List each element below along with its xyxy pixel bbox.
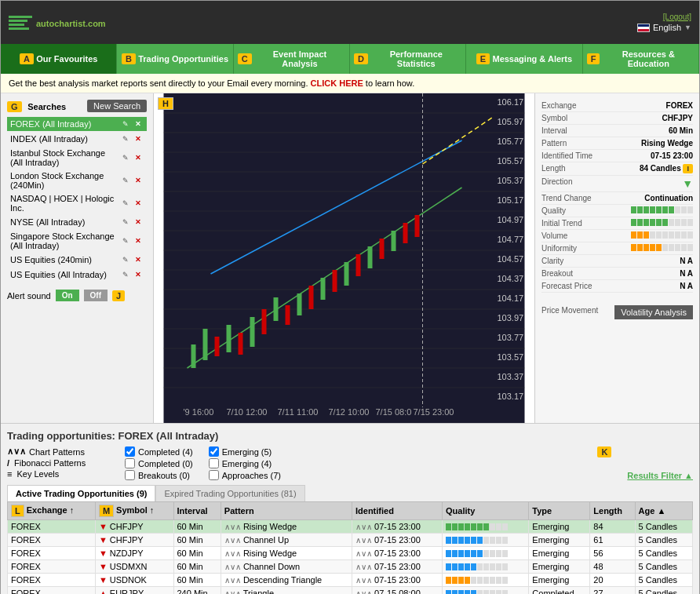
- new-search-button[interactable]: New Search: [87, 100, 147, 112]
- search-item-6[interactable]: Singapore Stock Exchange (All Intraday) …: [7, 230, 147, 252]
- info-text: Get the best analysis market reports sen…: [9, 78, 311, 88]
- nav-item-messaging-alerts[interactable]: E Messaging & Alerts: [466, 44, 582, 74]
- q-dot-8: [681, 231, 687, 239]
- search-close-7[interactable]: ✕: [133, 254, 144, 265]
- search-close-2[interactable]: ✕: [133, 152, 144, 163]
- q-dot-7: [490, 550, 495, 557]
- fibonacci-icon: /: [7, 458, 9, 468]
- table-row[interactable]: FOREX ▼ USDNOK 60 Min ∧∨∧ Descending Tri…: [8, 574, 693, 587]
- alert-sound-off-button[interactable]: Off: [84, 290, 108, 301]
- q-dot-1: [452, 577, 458, 584]
- search-item-label-7: US Equities (240min): [10, 255, 120, 264]
- row-quality-dots: [446, 537, 525, 544]
- svg-text:105.97: 105.97: [498, 117, 524, 126]
- search-close-5[interactable]: ✕: [133, 217, 144, 228]
- nav-item-trading-opportunities[interactable]: B Trading Opportunities: [117, 44, 233, 74]
- logo-bars: [9, 16, 32, 30]
- q-dot-5: [477, 590, 483, 595]
- search-item-2[interactable]: Istanbul Stock Exchange (All Intraday) ✎…: [7, 147, 147, 169]
- language-dropdown-arrow[interactable]: ▼: [684, 24, 691, 31]
- search-item-icons-2: ✎ ✕: [120, 152, 144, 163]
- row-quality-dots: [446, 577, 525, 584]
- info-row-pattern: Pattern Rising Wedge: [541, 137, 693, 150]
- svg-text:105.77: 105.77: [498, 137, 524, 146]
- search-edit-2[interactable]: ✎: [120, 152, 131, 163]
- table-row[interactable]: FOREX ▼ USDMXN 60 Min ∧∨∧ Channel Down ∧…: [8, 560, 693, 574]
- search-item-3[interactable]: London Stock Exchange (240Min) ✎ ✕: [7, 169, 147, 191]
- results-filter-area[interactable]: Results Filter ▲: [627, 469, 693, 480]
- quality-dots: [631, 206, 693, 213]
- q-dot-2: [458, 523, 464, 530]
- click-here-link[interactable]: CLICK HERE: [311, 78, 363, 88]
- completed-4-checkbox[interactable]: [125, 446, 135, 457]
- col-symbol[interactable]: MSymbol ↑: [95, 502, 173, 520]
- q-dot-9: [502, 523, 508, 530]
- svg-text:7/15 08:0: 7/15 08:0: [376, 407, 412, 417]
- table-row[interactable]: FOREX ▼ CHFJPY 60 Min ∧∨∧ Rising Wedge ∧…: [8, 520, 693, 534]
- nav-item-performance-statistics[interactable]: D Performance Statistics: [350, 44, 466, 74]
- flag-icon: [637, 24, 650, 32]
- cell-exchange: FOREX: [8, 574, 96, 587]
- language-selector[interactable]: English ▼: [637, 23, 691, 32]
- search-edit-0[interactable]: ✎: [120, 118, 131, 129]
- search-edit-8[interactable]: ✎: [120, 269, 131, 280]
- cell-age: 5 Candles: [635, 534, 692, 547]
- search-close-8[interactable]: ✕: [133, 269, 144, 280]
- completed-0-checkbox[interactable]: [125, 458, 135, 468]
- search-item-5[interactable]: NYSE (All Intraday) ✎ ✕: [7, 215, 147, 229]
- search-edit-6[interactable]: ✎: [120, 235, 131, 246]
- chart-pattern-label: Chart Patterns: [29, 447, 85, 457]
- col-length[interactable]: Length: [590, 502, 635, 520]
- search-close-3[interactable]: ✕: [133, 175, 144, 186]
- tab-expired-trading[interactable]: Expired Trading Opportunities (81): [155, 485, 304, 501]
- col-pattern[interactable]: Pattern: [221, 502, 352, 520]
- nav-item-our-favourites[interactable]: A Our Favourites: [1, 44, 117, 74]
- search-close-0[interactable]: ✕: [133, 118, 144, 129]
- tab-active-trading[interactable]: Active Trading Opportunities (9): [7, 485, 155, 501]
- search-item-8[interactable]: US Equities (All Intraday) ✎ ✕: [7, 268, 147, 282]
- col-exchange[interactable]: LExchange ↑: [8, 502, 96, 520]
- emerging-4-checkbox[interactable]: [209, 458, 219, 468]
- quality-dots: [631, 244, 693, 251]
- nav-item-event-impact-analysis[interactable]: C Event Impact Analysis: [234, 44, 350, 74]
- col-identified[interactable]: Identified: [352, 502, 443, 520]
- cell-pattern: ∧∨∧ Rising Wedge: [221, 520, 352, 534]
- search-item-0[interactable]: FOREX (All Intraday) ✎ ✕: [7, 117, 147, 131]
- approaches-7-checkbox[interactable]: [209, 470, 219, 480]
- search-edit-7[interactable]: ✎: [120, 254, 131, 265]
- emerging-5-checkbox[interactable]: [209, 446, 219, 457]
- cell-quality: [443, 587, 529, 595]
- search-item-4[interactable]: NASDAQ | HOEX | Hologic Inc. ✎ ✕: [7, 192, 147, 214]
- q-dot-2: [458, 577, 464, 584]
- alert-sound-on-button[interactable]: On: [56, 290, 79, 301]
- search-edit-1[interactable]: ✎: [120, 133, 131, 144]
- nav-item-resources-education[interactable]: F Resources & Education: [583, 44, 699, 74]
- search-edit-4[interactable]: ✎: [120, 198, 131, 209]
- cell-pattern: ∧∨∧ Rising Wedge: [221, 547, 352, 560]
- volatility-analysis-button[interactable]: Volatility Analysis: [614, 305, 693, 319]
- col-type[interactable]: Type: [529, 502, 590, 520]
- cell-age: 5 Candles: [635, 587, 692, 595]
- table-row[interactable]: FOREX ▼ CHFJPY 60 Min ∧∨∧ Channel Up ∧∨∧…: [8, 534, 693, 547]
- q-dot-0: [446, 577, 451, 584]
- search-edit-5[interactable]: ✎: [120, 217, 131, 228]
- search-item-1[interactable]: INDEX (All Intraday) ✎ ✕: [7, 132, 147, 146]
- logout-link[interactable]: [Logout]: [663, 13, 691, 21]
- table-row[interactable]: FOREX ▲ EURJPY 240 Min ∧∨∧ Triangle ∧∨∧ …: [8, 587, 693, 595]
- cell-type: Emerging: [529, 520, 590, 534]
- table-row[interactable]: FOREX ▼ NZDJPY 60 Min ∧∨∧ Rising Wedge ∧…: [8, 547, 693, 560]
- results-filter-link[interactable]: Results Filter ▲: [627, 471, 693, 480]
- uniformity-key: Uniformity: [541, 244, 577, 253]
- search-close-4[interactable]: ✕: [133, 198, 144, 209]
- breakouts-0-checkbox[interactable]: [125, 470, 135, 480]
- search-close-1[interactable]: ✕: [133, 133, 144, 144]
- search-close-6[interactable]: ✕: [133, 235, 144, 246]
- search-item-7[interactable]: US Equities (240min) ✎ ✕: [7, 253, 147, 267]
- col-age[interactable]: Age ▲: [635, 502, 692, 520]
- anno-e: E: [476, 53, 490, 64]
- col-quality[interactable]: Quality: [443, 502, 529, 520]
- q-dot-9: [687, 206, 693, 213]
- q-dot-7: [675, 231, 680, 239]
- search-edit-3[interactable]: ✎: [120, 175, 131, 186]
- col-interval[interactable]: Interval: [173, 502, 221, 520]
